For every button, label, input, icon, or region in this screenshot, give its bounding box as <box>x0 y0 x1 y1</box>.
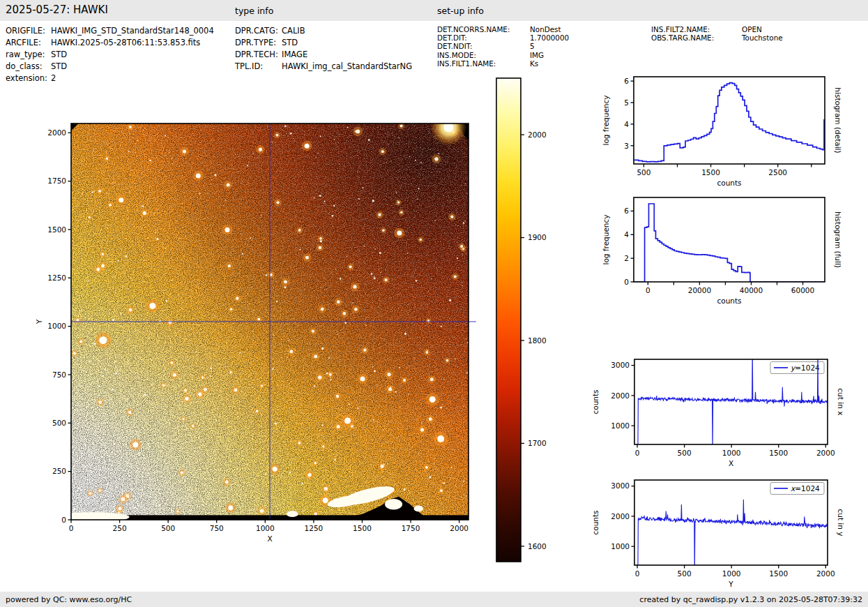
colorbar-tick-label: 1900 <box>528 233 547 241</box>
meta-label: INS.FILT2.NAME: <box>651 25 742 33</box>
y-tick-label: 750 <box>52 370 66 379</box>
y-axis-label: counts <box>591 510 600 534</box>
x-axis-label: X <box>729 459 733 467</box>
header-bar: 2025-05-27: HAWKI type info set-up info <box>0 0 868 21</box>
meta-label: DET.NDIT: <box>437 42 530 50</box>
side-label: cut in x <box>837 388 845 415</box>
y-axis-label: log frequency <box>602 95 610 145</box>
y-tick-label: 4 <box>624 230 629 239</box>
x-tick-label: 60000 <box>791 286 814 294</box>
star <box>99 336 107 344</box>
meta-row: INS.MODE:IMG <box>437 51 569 59</box>
meta-label: INS.MODE: <box>437 51 530 59</box>
meta-value: OPEN <box>742 25 762 33</box>
star <box>437 435 444 442</box>
y-axis-label: Y <box>35 319 43 324</box>
y-tick-label: 5 <box>624 98 629 107</box>
x-tick-label: 0 <box>635 569 640 578</box>
meta-label: ARCFILE: <box>6 37 51 49</box>
star <box>323 497 328 503</box>
x-tick-label: 1000 <box>256 524 275 532</box>
x-tick-label: 1000 <box>722 569 741 578</box>
meta-value: Touchstone <box>742 33 783 42</box>
y-tick-label: 0 <box>61 516 66 524</box>
x-tick-label: 1500 <box>701 168 720 177</box>
setup-info-block-right: INS.FILT2.NAME:OPEN OBS.TARG.NAME:Touchs… <box>651 25 783 42</box>
y-tick-label: 1000 <box>47 322 66 330</box>
x-tick-label: 2500 <box>768 168 787 177</box>
side-label: cut in y <box>837 509 845 536</box>
x-tick-label: 1500 <box>769 569 788 578</box>
x-tick-label: 750 <box>210 524 224 532</box>
meta-value: IMAGE <box>282 50 307 59</box>
star <box>149 303 155 309</box>
bright-patch <box>287 511 298 517</box>
x-tick-label: 2000 <box>816 449 835 457</box>
bright-patch <box>414 505 423 511</box>
meta-label: DET.DIT: <box>437 33 530 42</box>
histogram-full-chart: 02000040000600000246countslog frequencyh… <box>596 188 868 317</box>
detector-image-panel: 0250500750100012501500175020000250500750… <box>21 70 558 593</box>
page-title: 2025-05-27: HAWKI <box>6 3 108 16</box>
y-tick-label: 3000 <box>611 481 630 490</box>
y-tick-label: 500 <box>52 419 66 427</box>
x-tick-label: 1500 <box>769 449 788 457</box>
y-axis-label: counts <box>591 389 600 414</box>
x-tick-label: 0 <box>69 524 74 532</box>
meta-row: DPR.TYPE:STD <box>235 37 412 49</box>
y-tick-label: 2000 <box>611 391 630 400</box>
star <box>273 467 277 472</box>
meta-value: 5 <box>530 42 535 50</box>
y-tick-label: 1250 <box>47 273 66 282</box>
star <box>397 230 402 235</box>
meta-value: 1.7000000 <box>530 33 569 42</box>
meta-row: INS.FILT1.NAME:Ks <box>437 59 569 68</box>
colorbar-tick-label: 1600 <box>528 542 547 550</box>
x-axis-label: Y <box>728 580 733 588</box>
legend: y=1024 <box>770 362 824 374</box>
y-tick-label: 4 <box>624 120 629 128</box>
x-tick-label: 40000 <box>740 286 763 294</box>
cut-in-x-chart: y=10240500100015002000100020003000Xcount… <box>589 352 868 485</box>
histogram-detail-chart: 500150025003456countslog frequencyhistog… <box>596 70 868 199</box>
star <box>360 377 365 382</box>
y-tick-label: 1000 <box>611 542 630 550</box>
meta-label: DPR.TYPE: <box>235 37 282 49</box>
x-tick-label: 2000 <box>816 569 835 578</box>
star <box>119 197 123 202</box>
y-tick-label: 2 <box>624 254 629 262</box>
bright-patch <box>56 512 130 522</box>
star <box>344 418 351 424</box>
x-tick-label: 2000 <box>450 524 469 532</box>
meta-value: Ks <box>530 59 538 68</box>
colorbar-tick-label: 1800 <box>528 336 547 345</box>
type-info-block: DPR.CATG:CALIB DPR.TYPE:STD DPR.TECH:IMA… <box>235 25 412 73</box>
meta-row: DET.DIT:1.7000000 <box>437 33 569 42</box>
side-label: histogram (detail) <box>834 87 842 153</box>
meta-value: HAWKI.2025-05-28T06:11:53.853.fits <box>51 38 200 47</box>
colorbar-tick-label: 1700 <box>528 439 547 447</box>
x-axis-label: X <box>267 534 272 543</box>
x-axis-label: counts <box>717 179 741 187</box>
y-tick-label: 1000 <box>611 421 630 430</box>
meta-label: DPR.TECH: <box>235 49 282 61</box>
meta-value: NonDest <box>530 25 561 33</box>
setup-info-header: set-up info <box>437 6 484 16</box>
x-tick-label: 0 <box>635 449 640 457</box>
meta-row: DPR.CATG:CALIB <box>235 25 412 37</box>
type-info-header: type info <box>235 6 273 16</box>
y-tick-label: 250 <box>52 467 66 475</box>
x-axis-label: counts <box>717 297 741 305</box>
meta-label: DPR.CATG: <box>235 25 282 37</box>
y-tick-label: 2000 <box>47 128 66 137</box>
sky-image <box>56 110 469 523</box>
x-tick-label: 20000 <box>688 286 711 294</box>
x-tick-label: 1750 <box>402 524 420 532</box>
meta-row: DET.NDIT:5 <box>437 42 569 50</box>
meta-value: CALIB <box>282 26 305 36</box>
x-tick-label: 500 <box>637 168 650 177</box>
meta-value: IMG <box>530 51 544 59</box>
meta-label: INS.FILT1.NAME: <box>437 59 530 68</box>
legend-label: x=1024 <box>791 484 820 493</box>
star <box>196 173 201 178</box>
